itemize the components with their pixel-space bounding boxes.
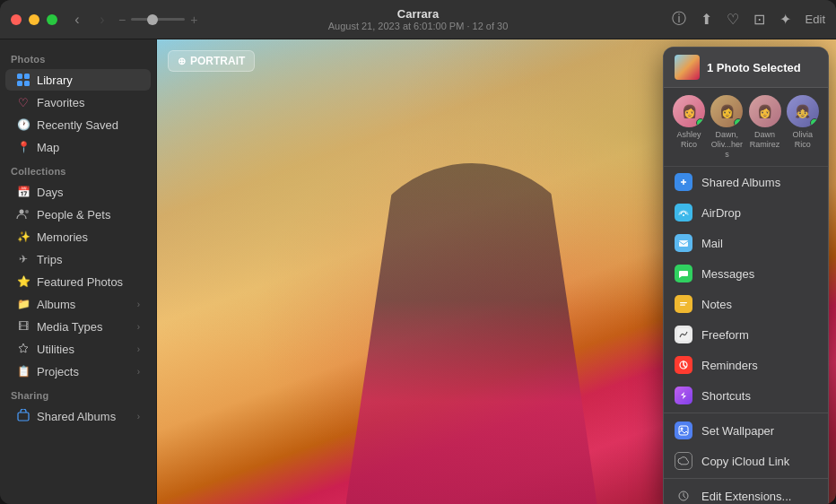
dawn1-status bbox=[734, 118, 743, 127]
shared-albums-chevron: › bbox=[137, 412, 140, 421]
avatar-olivia: 👧 bbox=[787, 95, 819, 127]
titlebar-center: Carrara August 21, 2023 at 6:01:00 PM · … bbox=[328, 7, 509, 31]
sidebar-item-projects-label: Projects bbox=[37, 365, 79, 378]
icloud-menu-label: Copy iCloud Link bbox=[701, 455, 789, 468]
edit-button[interactable]: Edit bbox=[806, 13, 825, 26]
sidebar-item-map[interactable]: 📍 Map bbox=[5, 136, 151, 158]
favorite-button[interactable]: ♡ bbox=[727, 11, 739, 28]
media-types-icon: 🎞 bbox=[16, 319, 30, 334]
sidebar-item-utilities-label: Utilities bbox=[37, 343, 74, 356]
photo-title: Carrara bbox=[328, 7, 509, 21]
svg-point-5 bbox=[25, 210, 29, 213]
mail-menu-label: Mail bbox=[701, 237, 723, 250]
freeform-menu-icon bbox=[675, 326, 692, 343]
main-content: Photos Library ♡ Favorites 🕐 bbox=[0, 39, 836, 504]
share-menu-shared-albums[interactable]: Shared Albums bbox=[664, 167, 828, 197]
utilities-chevron: › bbox=[137, 344, 140, 354]
map-icon: 📍 bbox=[16, 140, 30, 154]
share-panel-header: 1 Photo Selected bbox=[664, 48, 828, 88]
shortcuts-menu-label: Shortcuts bbox=[701, 389, 751, 403]
share-menu-freeform[interactable]: Freeform bbox=[664, 319, 828, 350]
svg-point-4 bbox=[20, 210, 24, 214]
contact-olivia-rico[interactable]: 👧 Olivia Rico bbox=[787, 95, 819, 159]
share-menu-wallpaper[interactable]: Set Wallpaper bbox=[664, 415, 828, 446]
shortcuts-menu-icon bbox=[675, 387, 692, 404]
svg-rect-2 bbox=[17, 81, 22, 86]
svg-point-9 bbox=[683, 214, 684, 216]
sidebar-item-trips[interactable]: ✈ Trips bbox=[5, 248, 151, 270]
messages-menu-icon bbox=[675, 265, 692, 282]
sidebar-item-memories[interactable]: ✨ Memories bbox=[5, 226, 151, 248]
photo-area: ⊕ PORTRAIT 1 Photo Selected 👩 bbox=[157, 39, 836, 504]
sidebar-item-library[interactable]: Library bbox=[5, 69, 151, 91]
minimize-button[interactable] bbox=[29, 14, 39, 25]
contact-dawn-oliv[interactable]: 👩 Dawn, Oliv...hers bbox=[710, 95, 743, 159]
ashley-name: Ashley Rico bbox=[673, 130, 705, 150]
library-icon bbox=[16, 73, 30, 87]
shared-albums-menu-icon bbox=[675, 173, 692, 191]
enhance-button[interactable]: ✦ bbox=[779, 11, 791, 28]
portrait-icon: ⊕ bbox=[178, 56, 186, 67]
extensions-menu-icon bbox=[675, 487, 692, 504]
sidebar-item-media-types[interactable]: 🎞 Media Types › bbox=[5, 316, 151, 337]
crop-button[interactable]: ⊡ bbox=[753, 11, 765, 28]
info-button[interactable]: ⓘ bbox=[672, 10, 686, 29]
sidebar-item-recently-saved-label: Recently Saved bbox=[37, 118, 118, 132]
sidebar-item-projects[interactable]: 📋 Projects › bbox=[5, 361, 151, 382]
photo-subtitle: August 21, 2023 at 6:01:00 PM · 12 of 30 bbox=[328, 21, 509, 31]
forward-button: › bbox=[93, 11, 111, 29]
olivia-status bbox=[810, 118, 819, 127]
svg-rect-14 bbox=[680, 302, 687, 303]
maximize-button[interactable] bbox=[47, 14, 57, 25]
share-menu-notes[interactable]: Notes bbox=[664, 289, 828, 319]
zoom-in-button[interactable]: + bbox=[190, 13, 197, 27]
close-button[interactable] bbox=[11, 14, 22, 25]
svg-rect-13 bbox=[677, 298, 690, 310]
titlebar: ‹ › − + Carrara August 21, 2023 at 6:01:… bbox=[0, 0, 836, 39]
people-icon bbox=[16, 207, 30, 222]
wallpaper-menu-label: Set Wallpaper bbox=[701, 424, 774, 438]
svg-rect-3 bbox=[24, 81, 30, 86]
sidebar-item-days[interactable]: 📅 Days bbox=[5, 181, 151, 203]
shared-albums-menu-label: Shared Albums bbox=[701, 176, 780, 189]
notes-menu-icon bbox=[675, 295, 692, 313]
zoom-slider[interactable] bbox=[131, 18, 185, 21]
sidebar-item-shared-albums[interactable]: Shared Albums › bbox=[5, 405, 151, 427]
share-menu-extensions[interactable]: Edit Extensions... bbox=[664, 481, 828, 504]
shared-albums-icon bbox=[16, 409, 30, 423]
albums-chevron: › bbox=[137, 300, 140, 309]
share-panel-title: 1 Photo Selected bbox=[707, 61, 801, 74]
contact-ashley-rico[interactable]: 👩 Ashley Rico bbox=[673, 95, 705, 159]
featured-icon: ⭐ bbox=[16, 274, 30, 289]
mail-menu-icon bbox=[675, 234, 692, 252]
projects-chevron: › bbox=[137, 367, 140, 377]
share-menu-airdrop[interactable]: AirDrop bbox=[664, 197, 828, 228]
avatar-dawn2: 👩 bbox=[749, 95, 781, 127]
sidebar-item-library-label: Library bbox=[37, 74, 73, 87]
zoom-out-button[interactable]: − bbox=[118, 13, 126, 27]
sidebar-item-albums[interactable]: 📁 Albums › bbox=[5, 293, 151, 315]
svg-rect-0 bbox=[17, 74, 22, 79]
sidebar-item-days-label: Days bbox=[37, 186, 64, 199]
airdrop-menu-icon bbox=[675, 204, 692, 222]
airdrop-menu-label: AirDrop bbox=[701, 206, 741, 220]
share-menu-reminders[interactable]: Reminders bbox=[664, 350, 828, 380]
sidebar-item-featured-photos[interactable]: ⭐ Featured Photos bbox=[5, 271, 151, 292]
sidebar-item-utilities[interactable]: Utilities › bbox=[5, 338, 151, 360]
avatar-dawn2-face: 👩 bbox=[749, 95, 781, 127]
share-panel-thumbnail bbox=[675, 55, 700, 80]
contacts-row: 👩 Ashley Rico 👩 Dawn, Oliv...hers bbox=[664, 88, 828, 167]
contact-dawn-ramirez[interactable]: 👩 Dawn Ramirez bbox=[749, 95, 781, 159]
portrait-label: PORTRAIT bbox=[190, 55, 245, 67]
share-menu-mail[interactable]: Mail bbox=[664, 228, 828, 258]
share-menu-icloud[interactable]: Copy iCloud Link bbox=[664, 446, 828, 476]
share-menu-messages[interactable]: Messages bbox=[664, 258, 828, 289]
sidebar-item-recently-saved[interactable]: 🕐 Recently Saved bbox=[5, 114, 151, 135]
share-button[interactable]: ⬆ bbox=[701, 11, 712, 28]
nav-controls: ‹ › bbox=[68, 11, 111, 29]
back-button[interactable]: ‹ bbox=[68, 11, 86, 29]
sidebar-item-trips-label: Trips bbox=[37, 253, 62, 266]
sidebar-item-people-pets[interactable]: People & Pets bbox=[5, 204, 151, 225]
sidebar-item-favorites[interactable]: ♡ Favorites bbox=[5, 91, 151, 113]
share-menu-shortcuts[interactable]: Shortcuts bbox=[664, 380, 828, 411]
